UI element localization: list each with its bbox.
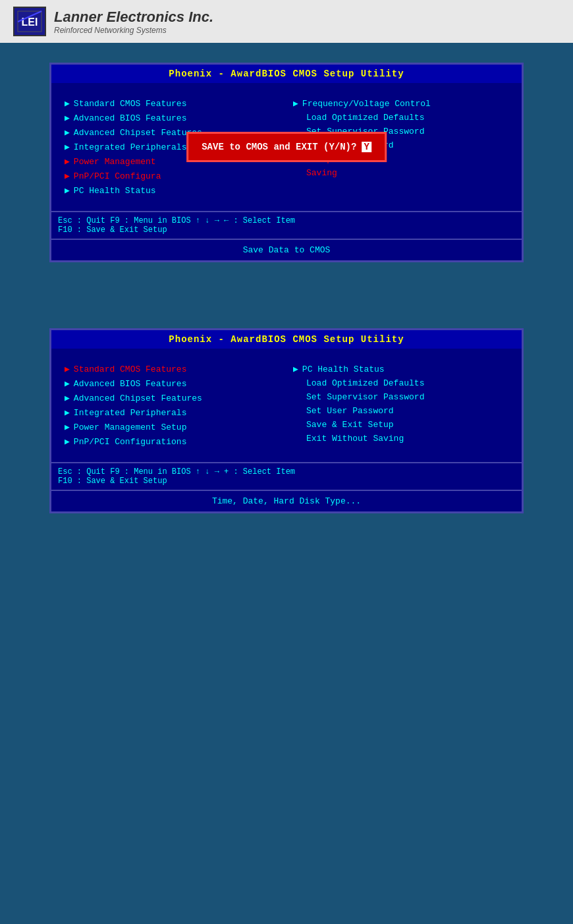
arrow-icon: ▶ [65, 127, 70, 138]
dialog-cursor: Y [362, 142, 371, 152]
arrow-icon: ▶ [65, 378, 70, 389]
arrow-icon: ▶ [65, 436, 70, 447]
bios-footer-2: Esc : Quit F9 : Menu in BIOS ↑ ↓ → + : S… [51, 462, 522, 490]
menu-item-2-exit-without-saving[interactable]: Exit Without Saving [293, 432, 508, 446]
menu-item-2-pc-health[interactable]: ▶ PC Health Status [293, 362, 508, 376]
bios-screen-1: Phoenix - AwardBIOS CMOS Setup Utility ▶… [49, 63, 524, 262]
bios-right-col-2: ▶ PC Health Status Load Optimized Defaul… [293, 362, 508, 449]
bios-status-2: Time, Date, Hard Disk Type... [51, 490, 522, 511]
bios-status-1: Save Data to CMOS [51, 239, 522, 260]
menu-item-pnp-pci[interactable]: ▶ PnP/PCI Configura [65, 169, 280, 183]
company-name: Lanner Electronics Inc. [54, 9, 213, 26]
arrow-icon: ▶ [65, 171, 70, 181]
menu-item-2-standard-cmos[interactable]: ▶ Standard CMOS Features [65, 362, 280, 376]
svg-text:LEI: LEI [22, 16, 38, 28]
arrow-icon: ▶ [65, 422, 70, 432]
footer-line2: F10 : Save & Exit Setup [58, 225, 515, 235]
bios-title-2: Phoenix - AwardBIOS CMOS Setup Utility [51, 330, 522, 349]
menu-item-standard-cmos[interactable]: ▶ Standard CMOS Features [65, 96, 280, 111]
menu-item-2-set-supervisor-pwd[interactable]: Set Supervisor Password [293, 390, 508, 404]
logo-icon: LEI [13, 7, 46, 36]
main-content: Phoenix - AwardBIOS CMOS Setup Utility ▶… [0, 43, 573, 924]
menu-item-2-integrated-peripherals[interactable]: ▶ Integrated Peripherals [65, 405, 280, 420]
menu-item-saving[interactable]: Saving [293, 166, 508, 180]
arrow-icon: ▶ [65, 156, 70, 167]
page-header: LEI Lanner Electronics Inc. Reinforced N… [0, 0, 573, 43]
arrow-icon: ▶ [65, 142, 70, 152]
footer-line1: Esc : Quit F9 : Menu in BIOS ↑ ↓ → ← : S… [58, 216, 515, 225]
menu-item-pc-health[interactable]: ▶ PC Health Status [65, 183, 280, 198]
menu-item-2-save-exit[interactable]: Save & Exit Setup [293, 418, 508, 432]
menu-item-2-power-management[interactable]: ▶ Power Management Setup [65, 420, 280, 434]
bios-screen-2: Phoenix - AwardBIOS CMOS Setup Utility ▶… [49, 328, 524, 513]
footer-line1-2: Esc : Quit F9 : Menu in BIOS ↑ ↓ → + : S… [58, 467, 515, 476]
company-tagline: Reinforced Networking Systems [54, 26, 213, 35]
menu-item-advanced-bios[interactable]: ▶ Advanced BIOS Features [65, 111, 280, 125]
bios-footer-1: Esc : Quit F9 : Menu in BIOS ↑ ↓ → ← : S… [51, 211, 522, 239]
footer-line2-2: F10 : Save & Exit Setup [58, 476, 515, 486]
bios-left-col-2: ▶ Standard CMOS Features ▶ Advanced BIOS… [65, 362, 280, 449]
dialog-text: SAVE to CMOS and EXIT (Y/N)? [202, 142, 356, 152]
menu-item-2-set-user-pwd[interactable]: Set User Password [293, 404, 508, 418]
screen-spacer [0, 289, 573, 328]
menu-item-load-defaults[interactable]: Load Optimized Defaults [293, 111, 508, 125]
menu-item-2-pnp-pci[interactable]: ▶ PnP/PCI Configurations [65, 434, 280, 449]
arrow-icon: ▶ [65, 393, 70, 403]
arrow-icon: ▶ [65, 113, 70, 123]
arrow-icon: ▶ [65, 407, 70, 418]
menu-item-2-load-defaults[interactable]: Load Optimized Defaults [293, 376, 508, 390]
bios-menu-grid-2: ▶ Standard CMOS Features ▶ Advanced BIOS… [65, 355, 508, 455]
arrow-icon: ▶ [65, 364, 70, 374]
arrow-icon: ▶ [293, 98, 298, 109]
arrow-icon: ▶ [65, 185, 70, 196]
arrow-icon: ▶ [65, 98, 70, 109]
menu-item-2-advanced-chipset[interactable]: ▶ Advanced Chipset Features [65, 391, 280, 405]
save-dialog[interactable]: SAVE to CMOS and EXIT (Y/N)? Y [186, 132, 387, 162]
company-info: Lanner Electronics Inc. Reinforced Netwo… [54, 9, 213, 35]
bios-body-1: ▶ Standard CMOS Features ▶ Advanced BIOS… [51, 83, 522, 211]
menu-item-2-advanced-bios[interactable]: ▶ Advanced BIOS Features [65, 376, 280, 391]
menu-item-freq-voltage[interactable]: ▶ Frequency/Voltage Control [293, 96, 508, 111]
arrow-icon: ▶ [293, 364, 298, 374]
bios-title-1: Phoenix - AwardBIOS CMOS Setup Utility [51, 65, 522, 83]
bios-body-2: ▶ Standard CMOS Features ▶ Advanced BIOS… [51, 349, 522, 462]
